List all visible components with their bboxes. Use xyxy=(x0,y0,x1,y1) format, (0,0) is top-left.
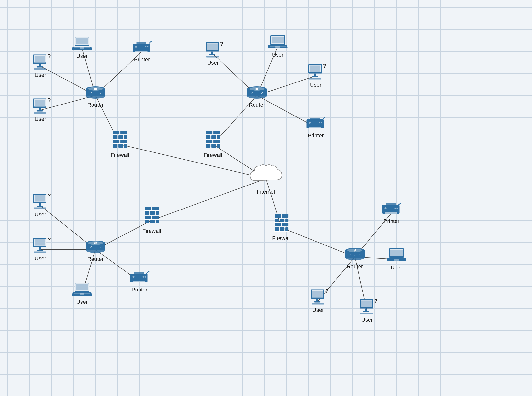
svg-rect-180 xyxy=(80,293,84,295)
svg-line-134 xyxy=(149,41,152,44)
svg-rect-166 xyxy=(35,195,45,202)
printer-icon xyxy=(132,40,152,56)
svg-rect-158 xyxy=(310,118,320,121)
question-mark: ? xyxy=(48,53,51,59)
svg-rect-185 xyxy=(133,281,145,282)
node-laptop_tr: User xyxy=(268,35,288,58)
node-laptop_bl: User xyxy=(72,282,92,305)
svg-text:↙: ↙ xyxy=(99,245,102,248)
node-printer_bl: Printer xyxy=(129,270,150,293)
svg-point-161 xyxy=(309,122,311,124)
node-user_bl1: ? User xyxy=(32,194,49,218)
svg-rect-72 xyxy=(206,135,210,139)
svg-text:↙: ↙ xyxy=(99,91,102,94)
node-fw_tr: Firewall xyxy=(204,130,222,158)
node-fw_tl: Firewall xyxy=(111,130,129,158)
node-label: User xyxy=(35,116,46,122)
svg-text:⇄: ⇄ xyxy=(353,248,356,252)
svg-rect-79 xyxy=(217,144,220,148)
svg-text:↙: ↙ xyxy=(261,91,263,94)
svg-point-195 xyxy=(395,208,396,209)
svg-text:↔: ↔ xyxy=(94,247,97,250)
node-label: User xyxy=(35,211,46,218)
node-user_tl1: ? User xyxy=(32,54,49,78)
question-mark: ? xyxy=(48,97,51,103)
svg-rect-142 xyxy=(209,54,215,55)
svg-rect-206 xyxy=(312,291,323,297)
svg-rect-159 xyxy=(309,127,321,128)
question-mark: ? xyxy=(323,63,326,69)
svg-rect-99 xyxy=(282,214,288,218)
svg-rect-156 xyxy=(309,78,321,80)
desktop-icon: ? xyxy=(32,194,49,210)
router-icon: ⇄ ↗ ↙ ↔ xyxy=(246,83,268,101)
svg-rect-84 xyxy=(145,207,151,210)
node-label: User xyxy=(35,72,46,78)
laptop-icon xyxy=(72,36,92,52)
desktop-icon: ? xyxy=(359,299,376,316)
svg-text:⇄: ⇄ xyxy=(94,87,97,91)
svg-point-196 xyxy=(397,208,398,209)
question-mark: ? xyxy=(48,236,51,243)
node-user_br2: ? User xyxy=(359,299,376,323)
svg-rect-63 xyxy=(113,144,117,148)
svg-rect-122 xyxy=(37,110,43,112)
router-icon: ⇄ ↗ ↙ ↔ xyxy=(84,83,106,101)
svg-rect-58 xyxy=(113,135,117,139)
svg-rect-78 xyxy=(211,144,216,148)
svg-rect-76 xyxy=(213,140,220,143)
svg-rect-154 xyxy=(314,74,316,76)
svg-rect-117 xyxy=(34,68,46,70)
desktop-icon: ? xyxy=(307,64,324,81)
node-fw_bl: Firewall xyxy=(142,206,161,234)
laptop-icon xyxy=(72,282,92,298)
svg-rect-56 xyxy=(113,131,119,134)
node-label: User xyxy=(361,317,373,323)
svg-rect-209 xyxy=(312,303,324,305)
svg-rect-190 xyxy=(382,205,400,214)
desktop-icon: ? xyxy=(310,289,327,306)
svg-rect-213 xyxy=(365,309,367,311)
svg-rect-71 xyxy=(213,131,220,134)
svg-rect-208 xyxy=(314,301,320,303)
desktop-icon: ? xyxy=(32,98,49,115)
svg-rect-173 xyxy=(39,247,41,250)
svg-rect-141 xyxy=(211,52,213,54)
svg-rect-175 xyxy=(34,252,46,253)
svg-rect-102 xyxy=(285,219,288,222)
svg-rect-128 xyxy=(80,47,84,49)
node-label: Firewall xyxy=(204,152,222,158)
svg-point-135 xyxy=(135,46,137,48)
svg-rect-121 xyxy=(39,108,41,110)
node-label: Router xyxy=(87,102,104,108)
svg-rect-131 xyxy=(133,44,150,52)
node-user_tl2: ? User xyxy=(32,98,49,122)
svg-point-137 xyxy=(147,46,149,47)
svg-point-136 xyxy=(145,46,147,47)
node-label: Router xyxy=(87,256,104,262)
node-printer_tc: Printer xyxy=(132,40,152,63)
desktop-icon: ? xyxy=(32,238,49,255)
question-mark: ? xyxy=(48,192,51,199)
svg-rect-169 xyxy=(34,208,46,209)
svg-line-193 xyxy=(398,203,401,205)
svg-rect-65 xyxy=(124,144,127,148)
svg-rect-178 xyxy=(76,284,88,290)
connection-lines xyxy=(0,0,532,396)
svg-text:⇄: ⇄ xyxy=(255,87,258,91)
question-mark: ? xyxy=(374,298,378,304)
svg-rect-174 xyxy=(37,250,43,251)
svg-line-0 xyxy=(120,144,266,179)
svg-rect-93 xyxy=(156,220,159,223)
svg-rect-214 xyxy=(363,311,369,312)
svg-rect-57 xyxy=(120,131,127,134)
svg-rect-199 xyxy=(390,250,403,256)
svg-rect-62 xyxy=(120,140,127,143)
svg-rect-153 xyxy=(310,66,320,72)
printer-icon xyxy=(305,116,326,131)
router-icon: ⇄ ↗ ↙ ↔ xyxy=(344,244,366,262)
svg-rect-70 xyxy=(206,131,212,134)
svg-point-194 xyxy=(385,207,387,209)
svg-rect-86 xyxy=(145,211,149,215)
svg-rect-106 xyxy=(280,227,284,231)
